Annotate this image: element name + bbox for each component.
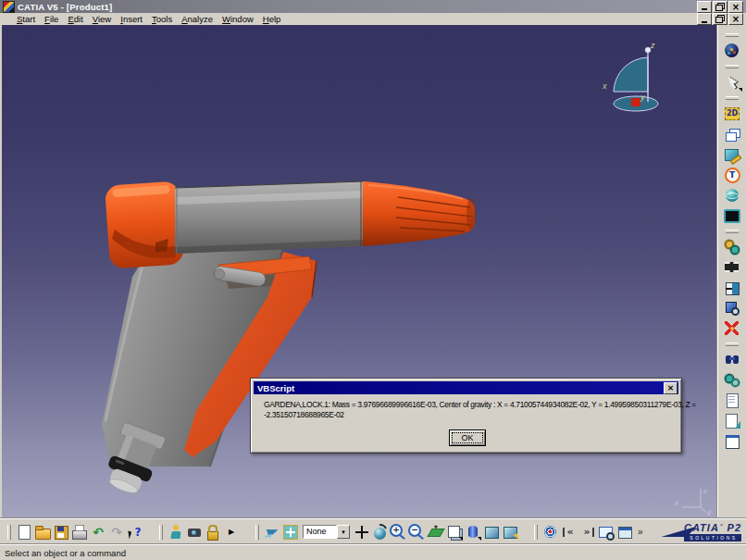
toolbar-grip[interactable] — [159, 525, 163, 540]
menu-window[interactable]: Window — [218, 14, 258, 24]
minimize-button[interactable] — [697, 1, 712, 13]
new-document-button[interactable] — [15, 523, 33, 541]
doc-close-button[interactable] — [728, 13, 743, 25]
save-button[interactable] — [52, 523, 70, 541]
windows-layout-icon — [724, 126, 740, 143]
capture-button[interactable] — [185, 523, 204, 541]
catia-app-icon — [3, 1, 15, 13]
whats-this-button[interactable]: ? — [126, 523, 144, 541]
pan-button[interactable] — [353, 523, 371, 541]
undo-button[interactable]: ↶ — [89, 523, 107, 541]
formula-button[interactable] — [167, 523, 185, 541]
apply-material-button[interactable] — [721, 144, 743, 165]
preview-window-button[interactable] — [721, 431, 743, 452]
multi-view-button[interactable] — [445, 523, 464, 541]
toolbar-grip[interactable] — [726, 96, 739, 100]
shading-mode-button[interactable] — [464, 523, 482, 541]
redo-button[interactable]: ↷ — [107, 523, 126, 541]
fly-mode-button[interactable] — [263, 523, 281, 541]
minimize-icon — [702, 21, 707, 23]
hide-show-button[interactable] — [482, 523, 501, 541]
named-views-dropdown-button[interactable]: ▼ — [337, 525, 350, 539]
2d-viewer-button[interactable]: 2D — [721, 104, 743, 124]
toolbar-grip[interactable] — [726, 230, 739, 233]
doc-restore-button[interactable] — [713, 13, 727, 25]
menu-start[interactable]: Start — [12, 14, 40, 24]
animation-button[interactable] — [721, 257, 743, 278]
normal-view-icon: ↑ — [428, 520, 444, 543]
logo-sub-text: SOLUTIONS — [684, 534, 741, 541]
swap-visible-space-button[interactable] — [501, 523, 519, 541]
enter-component-button[interactable] — [721, 278, 743, 298]
clash-analysis-button[interactable] — [721, 318, 743, 339]
flyout-indicator-icon[interactable] — [459, 537, 463, 541]
open-report-button[interactable] — [721, 411, 743, 431]
full-screen-button[interactable] — [721, 205, 743, 226]
named-views-value[interactable]: None — [303, 525, 337, 539]
zoom-area-icon — [598, 524, 615, 541]
window-controls — [696, 1, 743, 13]
triad-x-label: x — [674, 499, 679, 507]
menu-help[interactable]: Help — [258, 14, 286, 24]
restore-button[interactable] — [713, 1, 727, 13]
publish-button[interactable] — [721, 185, 743, 205]
menu-tools[interactable]: Tools — [147, 14, 177, 24]
search-button[interactable] — [721, 350, 743, 370]
window-title: CATIA V5 - [Product1] — [18, 2, 112, 12]
fly-through-workbench-button[interactable] — [721, 41, 743, 61]
fit-all-in-button[interactable] — [281, 523, 300, 541]
toolbar-overflow-chevron[interactable]: » — [638, 527, 643, 537]
lock-button[interactable] — [204, 523, 222, 541]
toolbar-grip[interactable] — [726, 342, 739, 346]
zoom-area-button[interactable] — [597, 523, 615, 541]
lock-icon — [205, 524, 221, 541]
view-center-icon — [542, 524, 559, 541]
open-button[interactable] — [33, 523, 52, 541]
dialog-close-button[interactable] — [664, 382, 678, 394]
ok-button[interactable]: OK — [449, 429, 486, 446]
search-icon — [724, 352, 740, 368]
nozzle — [361, 181, 476, 246]
zoom-in-button[interactable]: + — [390, 523, 408, 541]
mechanism-button[interactable] — [721, 237, 743, 257]
normal-view-button[interactable]: ↑ — [427, 523, 445, 541]
toolbar-grip[interactable] — [534, 525, 538, 540]
fly-mode-icon — [264, 524, 280, 541]
toolbar-grip[interactable] — [255, 525, 259, 540]
toolbar-grip[interactable] — [726, 65, 739, 68]
menu-insert[interactable]: Insert — [116, 14, 147, 24]
dmu-review-button[interactable] — [721, 298, 743, 318]
knowledge-gears-icon — [724, 372, 740, 389]
toolbar-grip[interactable] — [726, 33, 739, 37]
flyout-indicator-icon[interactable] — [739, 88, 742, 92]
menu-bar: StartFileEditViewInsertToolsAnalyzeWindo… — [0, 13, 746, 25]
annotations-button[interactable]: T — [721, 165, 743, 185]
print-button[interactable] — [70, 523, 89, 541]
rotate-button[interactable] — [371, 523, 390, 541]
full-screen-icon — [724, 207, 740, 224]
menu-analyze[interactable]: Analyze — [177, 14, 218, 24]
report-button[interactable] — [721, 391, 743, 411]
zoom-out-button[interactable]: − — [408, 523, 427, 541]
menu-edit[interactable]: Edit — [63, 14, 87, 24]
more-tools-button[interactable]: ▶ — [222, 523, 241, 541]
next-view-button[interactable]: » — [578, 523, 597, 541]
toolbar-grip[interactable] — [7, 525, 11, 540]
compass[interactable]: x y z — [602, 41, 658, 111]
dialog-title-bar[interactable]: VBScript — [254, 381, 678, 394]
menu-file[interactable]: File — [40, 14, 63, 24]
preview-window-icon — [724, 433, 740, 450]
look-at-button[interactable] — [615, 523, 634, 541]
close-button[interactable] — [728, 1, 743, 13]
menu-view[interactable]: View — [88, 14, 116, 24]
status-message: Select an object or a command — [5, 548, 126, 558]
select-button[interactable] — [721, 72, 743, 93]
previous-view-button[interactable]: « — [560, 523, 578, 541]
previous-view-icon: « — [563, 528, 576, 537]
view-center-button[interactable] — [541, 523, 560, 541]
print-icon — [71, 524, 88, 541]
windows-layout-button[interactable] — [721, 124, 743, 144]
doc-minimize-button[interactable] — [697, 13, 712, 25]
knowledge-gears-button[interactable] — [721, 370, 743, 391]
flyout-indicator-icon[interactable] — [478, 537, 481, 541]
